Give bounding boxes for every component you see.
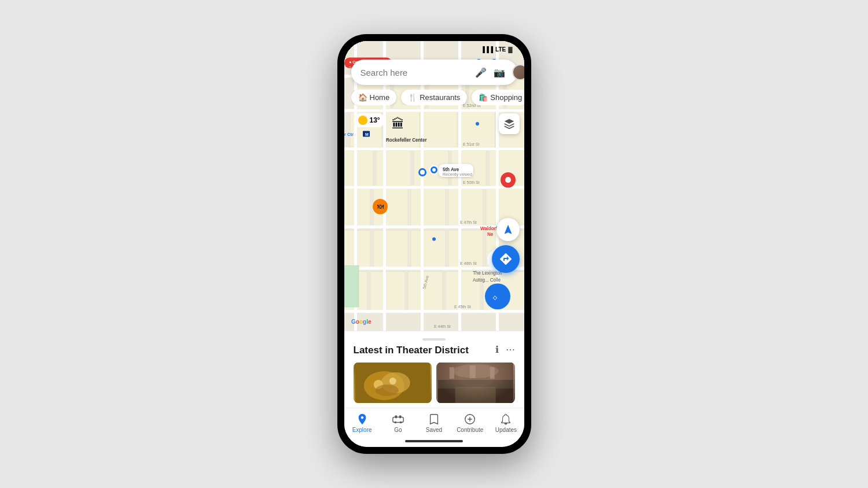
svg-rect-8	[422, 112, 457, 147]
svg-text:🍽: 🍽	[377, 203, 384, 210]
phone-screen: W 55th St E 52nd St E 51st St E 50th St …	[344, 41, 524, 447]
home-bar	[405, 440, 463, 442]
svg-text:M: M	[365, 132, 369, 136]
svg-point-80	[432, 237, 436, 241]
svg-point-99	[453, 364, 499, 378]
chip-shopping[interactable]: 🛍️ Shopping	[472, 90, 524, 105]
camera-search-icon[interactable]: 📷	[494, 67, 505, 78]
svg-rect-102	[490, 367, 495, 379]
svg-text:E 44th St: E 44th St	[434, 324, 451, 328]
svg-rect-21	[344, 230, 370, 268]
svg-rect-105	[393, 417, 403, 422]
svg-point-78	[476, 122, 479, 125]
svg-rect-11	[344, 150, 373, 186]
photos-row	[354, 363, 515, 403]
status-icons: ▐▐▐ LTE ▓	[481, 46, 513, 53]
svg-text:🏛: 🏛	[392, 117, 404, 131]
svg-rect-104	[455, 387, 496, 403]
panel-header: Latest in Theater District ℹ ⋯	[354, 344, 515, 357]
food-photo[interactable]	[354, 363, 432, 403]
svg-point-96	[375, 385, 398, 396]
status-bar: ▐▐▐ LTE ▓	[344, 41, 524, 57]
svg-rect-43	[344, 265, 359, 307]
nav-item-go[interactable]: Go	[380, 413, 416, 433]
pull-indicator	[354, 338, 515, 341]
svg-text:5th Ave: 5th Ave	[443, 167, 459, 172]
go-label: Go	[394, 427, 402, 433]
svg-rect-109	[399, 416, 402, 419]
phone-frame: W 55th St E 52nd St E 51st St E 50th St …	[337, 34, 531, 454]
explore-label: Explore	[352, 427, 372, 433]
svg-text:E 46th St: E 46th St	[460, 261, 477, 265]
svg-text:Rockefeller Center: Rockefeller Center	[386, 138, 427, 143]
svg-point-95	[389, 378, 396, 385]
saved-icon	[428, 413, 440, 426]
panel-actions: ℹ ⋯	[495, 344, 515, 355]
svg-point-77	[505, 177, 511, 183]
restaurants-chip-label: Restaurants	[420, 93, 460, 102]
svg-rect-100	[450, 367, 454, 379]
svg-text:Autog... Colle: Autog... Colle	[473, 278, 501, 283]
weather-widget: 13°	[354, 113, 385, 127]
svg-rect-18	[411, 189, 446, 227]
temperature-label: 13°	[370, 116, 380, 124]
carrier-label: LTE	[495, 46, 506, 53]
sun-icon	[358, 116, 367, 125]
bottom-nav: Explore Go Saved	[344, 408, 524, 435]
svg-text:E 45th St: E 45th St	[454, 305, 471, 309]
svg-text:Recently viewed: Recently viewed	[443, 172, 472, 177]
svg-point-66	[420, 170, 425, 175]
nav-item-saved[interactable]: Saved	[416, 413, 452, 433]
nav-item-contribute[interactable]: Contribute	[452, 413, 488, 433]
restaurants-chip-icon: 🍴	[408, 93, 417, 102]
svg-rect-12	[376, 150, 411, 186]
chip-home[interactable]: 🏠 Home	[351, 90, 397, 105]
interior-photo[interactable]	[436, 363, 515, 403]
svg-rect-108	[395, 416, 397, 419]
search-bar[interactable]: 🎤 📷	[351, 60, 517, 85]
layers-button[interactable]	[499, 113, 520, 134]
home-chip-label: Home	[370, 93, 390, 102]
search-input[interactable]	[361, 68, 470, 77]
svg-text:E 47th St: E 47th St	[460, 220, 477, 224]
saved-label: Saved	[426, 427, 442, 433]
home-indicator	[344, 435, 524, 447]
chip-restaurants[interactable]: 🍴 Restaurants	[401, 90, 467, 105]
panel-title: Latest in Theater District	[354, 344, 469, 357]
home-chip-icon: 🏠	[358, 93, 367, 102]
svg-rect-27	[370, 272, 405, 313]
map-area[interactable]: W 55th St E 52nd St E 51st St E 50th St …	[344, 41, 524, 331]
contribute-icon	[464, 413, 476, 426]
svg-rect-16	[344, 189, 370, 227]
svg-rect-97	[438, 363, 513, 403]
user-avatar[interactable]	[512, 64, 524, 80]
more-options-button[interactable]: ⋯	[506, 344, 515, 355]
svg-text:⬦: ⬦	[492, 291, 498, 302]
info-button[interactable]: ℹ	[495, 344, 499, 355]
navigation-button[interactable]	[496, 218, 520, 241]
battery-icon: ▓	[508, 46, 512, 53]
svg-text:Ne: Ne	[487, 232, 494, 237]
svg-point-107	[400, 422, 402, 424]
voice-search-icon[interactable]: 🎤	[475, 67, 487, 78]
svg-rect-23	[411, 230, 446, 268]
updates-icon	[499, 413, 512, 426]
go-icon	[392, 413, 404, 426]
nav-item-updates[interactable]: Updates	[488, 413, 524, 433]
updates-label: Updates	[495, 427, 517, 433]
svg-text:E 51st St: E 51st St	[463, 142, 479, 146]
svg-text:Google: Google	[351, 319, 372, 325]
svg-rect-98	[438, 363, 513, 380]
svg-text:r Ctr: r Ctr	[344, 131, 354, 136]
category-chips: 🏠 Home 🍴 Restaurants 🛍️ Shopping	[351, 90, 524, 105]
svg-rect-103	[438, 389, 513, 403]
nav-item-explore[interactable]: Explore	[344, 413, 380, 433]
svg-point-106	[394, 422, 396, 424]
explore-icon	[356, 413, 369, 426]
svg-rect-101	[470, 365, 476, 378]
bottom-panel: Latest in Theater District ℹ ⋯	[344, 331, 524, 408]
directions-fab[interactable]	[492, 245, 520, 273]
search-bar-actions: 🎤 📷	[475, 64, 524, 80]
shopping-chip-icon: 🛍️	[479, 93, 488, 102]
svg-text:The Lexington: The Lexington	[473, 271, 502, 276]
